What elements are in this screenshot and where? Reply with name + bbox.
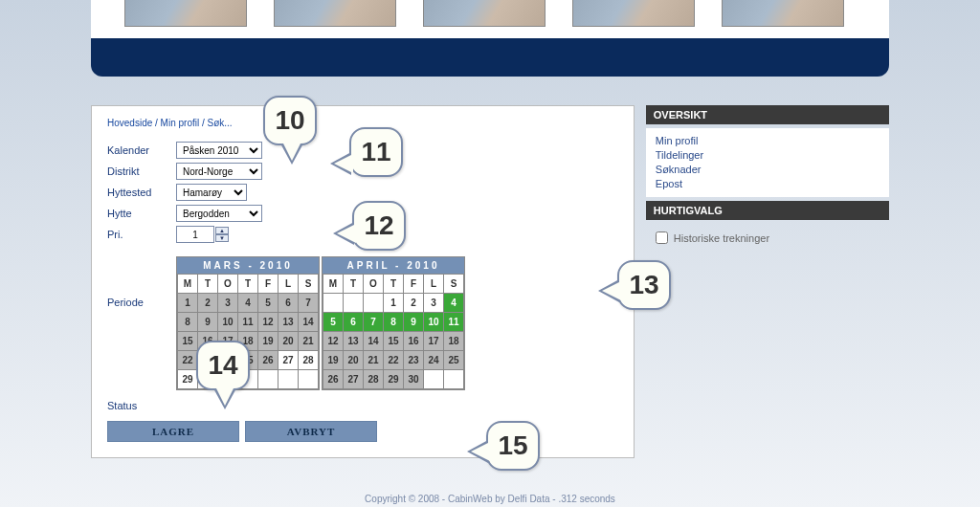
- cabin-thumb[interactable]: [722, 0, 844, 27]
- calendar-day[interactable]: 11: [238, 313, 258, 332]
- calendar-day[interactable]: 10: [424, 313, 444, 332]
- calendar-day[interactable]: 7: [299, 294, 319, 313]
- calendar-day[interactable]: 3: [424, 294, 444, 313]
- calendar-day[interactable]: 20: [278, 332, 299, 351]
- cabin-thumb[interactable]: [124, 0, 247, 27]
- dow-header: F: [404, 275, 424, 294]
- calendar-day[interactable]: 3: [218, 294, 238, 313]
- calendar-day[interactable]: 10: [218, 313, 238, 332]
- hurtigvalg-header: HURTIGVALG: [646, 201, 889, 220]
- calendar-day: [278, 370, 299, 389]
- calendar-day[interactable]: 28: [364, 370, 384, 389]
- calendar-day[interactable]: 1: [384, 294, 404, 313]
- historiske-checkbox[interactable]: [656, 231, 668, 244]
- calendar-day[interactable]: 22: [384, 351, 404, 370]
- calendar-day[interactable]: 5: [323, 313, 344, 332]
- calendar-day[interactable]: 6: [278, 294, 299, 313]
- calendar-title: MARS - 2010: [177, 257, 319, 274]
- pri-down[interactable]: ▼: [215, 234, 229, 242]
- calendar-day[interactable]: 4: [444, 294, 464, 313]
- pri-input[interactable]: [176, 226, 214, 243]
- calendar-day[interactable]: 13: [278, 313, 299, 332]
- calendar-day[interactable]: 29: [178, 370, 198, 389]
- breadcrumb-home[interactable]: Hovedside: [107, 118, 152, 128]
- calendar-day[interactable]: 18: [444, 332, 464, 351]
- avbryt-button[interactable]: AVBRYT: [245, 421, 377, 442]
- calendar-day[interactable]: 28: [299, 351, 319, 370]
- label-hyttested: Hyttested: [107, 187, 176, 198]
- label-distrikt: Distrikt: [107, 165, 176, 177]
- calendar-day[interactable]: 22: [178, 351, 198, 370]
- calendar-day[interactable]: 8: [178, 313, 198, 332]
- calendar-day[interactable]: 23: [404, 351, 424, 370]
- calendar-day[interactable]: 11: [444, 313, 464, 332]
- callout-11: 11: [349, 127, 403, 177]
- calendar-day[interactable]: 13: [344, 332, 364, 351]
- calendar-day[interactable]: 5: [258, 294, 278, 313]
- calendar-day[interactable]: 14: [299, 313, 319, 332]
- callout-12: 12: [352, 201, 406, 251]
- historiske-label: Historiske trekninger: [674, 232, 769, 244]
- calendar-day: [323, 294, 344, 313]
- calendar-day[interactable]: 16: [404, 332, 424, 351]
- calendar-day[interactable]: 8: [384, 313, 404, 332]
- calendar-day[interactable]: 27: [344, 370, 364, 389]
- label-kalender: Kalender: [107, 144, 176, 156]
- dow-header: O: [364, 275, 384, 294]
- breadcrumb-profile[interactable]: Min profil: [161, 118, 200, 128]
- calendar-day[interactable]: 4: [238, 294, 258, 313]
- calendar-day[interactable]: 29: [384, 370, 404, 389]
- calendar-day[interactable]: 12: [258, 313, 278, 332]
- calendar-day[interactable]: 25: [444, 351, 464, 370]
- distrikt-select[interactable]: Nord-Norge: [176, 163, 262, 180]
- calendar-day[interactable]: 20: [344, 351, 364, 370]
- side-link-soknader[interactable]: Søknader: [656, 163, 880, 177]
- side-link-profil[interactable]: Min profil: [656, 134, 880, 148]
- calendar-day[interactable]: 9: [404, 313, 424, 332]
- calendar-title: APRIL - 2010: [323, 257, 464, 274]
- dow-header: S: [299, 275, 319, 294]
- cabin-thumb[interactable]: [423, 0, 546, 27]
- calendar-day[interactable]: 21: [299, 332, 319, 351]
- calendar-day[interactable]: 17: [424, 332, 444, 351]
- calendar-day: [364, 294, 384, 313]
- calendar-day[interactable]: 9: [198, 313, 218, 332]
- calendar-day[interactable]: 6: [344, 313, 364, 332]
- breadcrumb-current: Søk...: [208, 118, 233, 128]
- calendar-day[interactable]: 7: [364, 313, 384, 332]
- pri-up[interactable]: ▲: [215, 227, 229, 234]
- calendar-day[interactable]: 2: [404, 294, 424, 313]
- callout-14: 14: [196, 341, 250, 390]
- calendar-day: [424, 370, 444, 389]
- calendar-day[interactable]: 21: [364, 351, 384, 370]
- calendar-day[interactable]: 26: [323, 370, 344, 389]
- side-link-tildelinger[interactable]: Tildelinger: [656, 148, 880, 163]
- calendar-day[interactable]: 15: [178, 332, 198, 351]
- side-link-epost[interactable]: Epost: [656, 177, 880, 191]
- calendar-day: [444, 370, 464, 389]
- kalender-select[interactable]: Påsken 2010: [176, 142, 262, 159]
- calendar-day: [344, 294, 364, 313]
- dow-header: L: [278, 275, 299, 294]
- lagre-button[interactable]: LAGRE: [107, 421, 239, 442]
- cabin-thumb[interactable]: [572, 0, 695, 27]
- calendar-day[interactable]: 12: [323, 332, 344, 351]
- dow-header: O: [218, 275, 238, 294]
- calendar-day[interactable]: 1: [178, 294, 198, 313]
- calendar-day[interactable]: 19: [258, 332, 278, 351]
- calendar-day[interactable]: 27: [278, 351, 299, 370]
- cabin-thumb[interactable]: [274, 0, 396, 27]
- hytte-select[interactable]: Bergodden: [176, 205, 262, 222]
- calendar-day[interactable]: 14: [364, 332, 384, 351]
- label-hytte: Hytte: [107, 208, 176, 219]
- label-pri: Pri.: [107, 229, 176, 240]
- calendar-day[interactable]: 2: [198, 294, 218, 313]
- calendar-day[interactable]: 24: [424, 351, 444, 370]
- calendar-day[interactable]: 26: [258, 351, 278, 370]
- calendar-day[interactable]: 19: [323, 351, 344, 370]
- dow-header: M: [178, 275, 198, 294]
- calendar-day[interactable]: 30: [404, 370, 424, 389]
- calendar-day[interactable]: 15: [384, 332, 404, 351]
- hyttested-select[interactable]: Hamarøy: [176, 184, 247, 201]
- label-periode: Periode: [107, 247, 176, 390]
